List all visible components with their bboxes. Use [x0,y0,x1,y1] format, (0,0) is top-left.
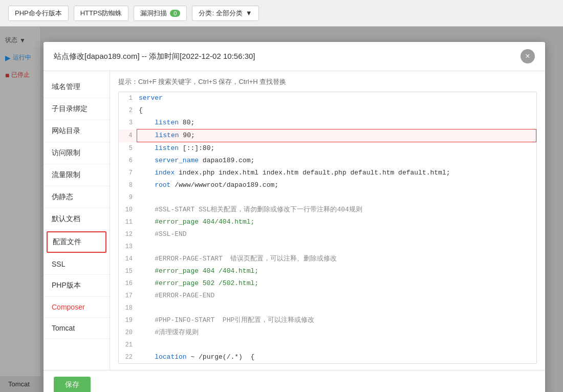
line-number: 8 [119,179,137,191]
editor-area: 提示：Ctrl+F 搜索关键字，Ctrl+S 保存，Ctrl+H 查找替换 1 … [110,71,545,370]
line-number: 14 [119,253,137,265]
line-number: 1 [119,92,137,104]
vuln-scan-btn[interactable]: 漏洞扫描 0 [134,6,187,21]
toolbar: PHP命令行版本 HTTPS防蜘蛛 漏洞扫描 0 分类: 全部分类 ▼ [0,0,563,27]
save-button[interactable]: 保存 [54,377,91,392]
line-code: #清理缓存规则 [137,326,536,339]
line-code: listen [::]:80; [137,142,536,155]
table-row: 15 #error_page 404 /404.html; [119,265,536,277]
line-code: #SSL-START SSL相关配置，请勿删除或修改下一行带注释的404规则 [137,204,536,216]
modal-footer: 保存 [44,370,545,392]
modal-title: 站点修改[dapao189.com] -- 添加时间[2022-12-02 10… [54,52,255,61]
nav-access[interactable]: 访问限制 [44,142,110,164]
line-code: #PHP-INFO-START PHP引用配置，可以注释或修改 [137,314,536,326]
table-row: 14 #ERROR-PAGE-START 错误页配置，可以注释、删除或修改 [119,253,536,265]
nav-tomcat[interactable]: Tomcat [44,318,110,339]
https-btn[interactable]: HTTPS防蜘蛛 [74,6,129,21]
line-number: 7 [119,167,137,179]
nav-domain[interactable]: 域名管理 [44,76,110,98]
line-number: 9 [119,191,137,204]
line-code: root /www/wwwroot/dapao189.com; [137,179,536,191]
line-number: 10 [119,204,137,216]
line-code: listen 80; [137,117,536,129]
vuln-badge: 0 [170,10,180,17]
table-row: 6 server_name dapao189.com; [119,155,536,167]
table-row: 16 #error_page 502 /502.html; [119,277,536,290]
line-code [137,191,536,204]
line-code: { [137,104,536,117]
line-number: 15 [119,265,137,277]
table-row: 20 #清理缓存规则 [119,326,536,339]
table-row: 12 #SSL-END [119,228,536,241]
line-number: 22 [119,351,137,363]
line-code [137,241,536,253]
table-row: 19 #PHP-INFO-START PHP引用配置，可以注释或修改 [119,314,536,326]
line-code: listen 90; [137,129,536,142]
category-dropdown[interactable]: 分类: 全部分类 ▼ [192,6,258,21]
line-code: #ERROR-PAGE-START 错误页配置，可以注释、删除或修改 [137,253,536,265]
nav-webdir[interactable]: 网站目录 [44,120,110,142]
table-row: 18 [119,302,536,314]
nav-ssl[interactable]: SSL [44,254,110,275]
php-cmd-btn[interactable]: PHP命令行版本 [8,6,69,21]
line-number: 18 [119,302,137,314]
table-row: 11 #error_page 404/404.html; [119,216,536,228]
line-number: 11 [119,216,137,228]
line-code: #SSL-END [137,228,536,241]
line-number: 3 [119,117,137,129]
line-code: server [137,92,536,104]
line-code: index index.php index.html index.htm def… [137,167,536,179]
line-code: #error_page 404 /404.html; [137,265,536,277]
main-area: 状态 ▼ ▶ 运行中 ■ 已停止 站点修改[dapao189.com] -- 添… [0,27,563,392]
table-row: 10 #SSL-START SSL相关配置，请勿删除或修改下一行带注释的404规… [119,204,536,216]
modal-nav: 域名管理 子目录绑定 网站目录 访问限制 流量限制 伪静态 默认文档 配置文件 … [44,71,110,370]
table-row: 13 [119,241,536,253]
site-config-modal: 站点修改[dapao189.com] -- 添加时间[2022-12-02 10… [44,42,545,392]
line-code: location ~ /purge(/.*) { [137,351,536,363]
table-row: 17 #ERROR-PAGE-END [119,290,536,302]
nav-php[interactable]: PHP版本 [44,275,110,297]
category-label: 分类: 全部分类 [199,9,242,18]
line-code: #error_page 404/404.html; [137,216,536,228]
line-code [137,339,536,351]
modal-header: 站点修改[dapao189.com] -- 添加时间[2022-12-02 10… [44,42,545,71]
nav-default-doc[interactable]: 默认文档 [44,208,110,230]
modal-body: 域名管理 子目录绑定 网站目录 访问限制 流量限制 伪静态 默认文档 配置文件 … [44,71,545,370]
hint-text: 提示：Ctrl+F 搜索关键字，Ctrl+S 保存，Ctrl+H 查找替换 [118,77,537,86]
line-number: 4 [119,129,137,142]
line-number: 6 [119,155,137,167]
line-number: 2 [119,104,137,117]
nav-traffic[interactable]: 流量限制 [44,164,110,186]
line-number: 16 [119,277,137,290]
line-number: 13 [119,241,137,253]
table-row: 1 server [119,92,536,104]
line-number: 17 [119,290,137,302]
line-code [137,302,536,314]
line-number: 5 [119,142,137,155]
nav-composer[interactable]: Composer [44,297,110,318]
vuln-scan-label: 漏洞扫描 [140,9,167,18]
line-number: 12 [119,228,137,241]
table-row: 7 index index.php index.html index.htm d… [119,167,536,179]
line-number: 19 [119,314,137,326]
line-code: #error_page 502 /502.html; [137,277,536,290]
nav-pseudo[interactable]: 伪静态 [44,186,110,208]
table-row: 21 [119,339,536,351]
nav-config[interactable]: 配置文件 [47,231,106,253]
line-code: #ERROR-PAGE-END [137,290,536,302]
code-table: 1 server 2 { 3 listen 80; [119,92,536,363]
table-row: 4 listen 90; [119,129,536,142]
nav-subdir[interactable]: 子目录绑定 [44,98,110,120]
code-editor[interactable]: 1 server 2 { 3 listen 80; [118,92,537,364]
line-number: 20 [119,326,137,339]
close-button[interactable]: × [521,49,535,63]
line-number: 21 [119,339,137,351]
table-row: 2 { [119,104,536,117]
table-row: 3 listen 80; [119,117,536,129]
chevron-down-icon: ▼ [246,9,252,17]
line-code: server_name dapao189.com; [137,155,536,167]
table-row: 9 [119,191,536,204]
table-row: 8 root /www/wwwroot/dapao189.com; [119,179,536,191]
table-row: 5 listen [::]:80; [119,142,536,155]
table-row: 22 location ~ /purge(/.*) { [119,351,536,363]
